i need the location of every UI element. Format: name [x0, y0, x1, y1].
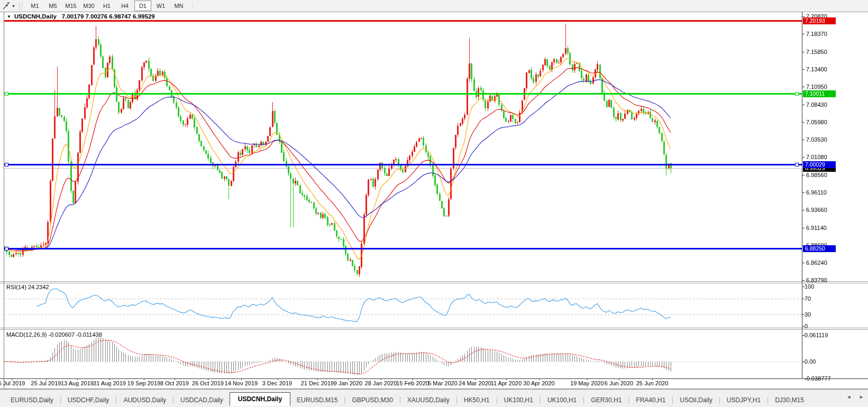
timeframe-button-m5[interactable]: M5 — [44, 1, 61, 11]
timeframe-button-w1[interactable]: W1 — [152, 1, 169, 11]
price-tag-label: 7.10011 — [803, 90, 836, 97]
axis-tick-label: 28 Jan 2020 — [365, 380, 397, 386]
axis-tick-label: 100 — [805, 283, 814, 290]
chart-tab-uk100-h1[interactable]: UK100,H1 — [541, 394, 583, 406]
chart-tab-bar: EURUSD,DailyUSDCHF,DailyAUDUSD,DailyUSDC… — [0, 389, 868, 407]
chart-symbol-label: USDCNH,Daily — [14, 13, 57, 20]
chart-tab-usdjpy-h1[interactable]: USDJPY,H1 — [720, 394, 767, 406]
chart-tab-hk50-h1[interactable]: HK50,H1 — [458, 394, 496, 406]
price-chart-canvas[interactable] — [0, 0, 868, 407]
toolbar-separator — [192, 2, 193, 10]
tab-scroll-right-icon[interactable]: ► — [859, 394, 864, 400]
axis-tick-label: 26 Oct 2019 — [192, 380, 224, 386]
axis-tick-label: 6.91140 — [806, 225, 827, 231]
tab-scroll-left-icon[interactable]: ◄ — [846, 394, 851, 400]
axis-tick-label: 6.93660 — [806, 207, 827, 213]
tab-divider — [583, 397, 584, 403]
timeframe-buttons: M1M5M15M30H1H4D1W1MN — [26, 1, 188, 11]
axis-tick-label: 7.15850 — [806, 49, 827, 55]
chart-tab-audusd-daily[interactable]: AUDUSD,Daily — [117, 394, 172, 406]
tab-divider — [719, 397, 720, 403]
chart-tab-eurusd-daily[interactable]: EURUSD,Daily — [4, 394, 60, 406]
axis-tick-label: 3 Dec 2019 — [262, 380, 292, 386]
axis-tick-label: 6.98560 — [806, 172, 827, 178]
cursor-tool-dropdown-icon[interactable]: ▼ — [12, 4, 15, 8]
axis-tick-label: 9 Jan 2020 — [334, 380, 362, 386]
axis-tick-label: 0.061119 — [805, 332, 828, 338]
tab-divider — [497, 397, 497, 403]
macd-indicator-label: MACD(12,26,9) -0.020607 -0.011438 — [6, 331, 102, 338]
timeframe-toolbar: ▼ M1M5M15M30H1H4D1W1MN — [0, 0, 868, 12]
tab-divider — [116, 397, 116, 403]
tab-divider — [456, 397, 457, 403]
axis-tick-label: 19 May 2020 — [570, 380, 604, 386]
chart-tab-usdcnh-daily[interactable]: USDCNH,Daily — [230, 392, 290, 406]
axis-tick-label: -0.038777 — [805, 375, 831, 382]
axis-tick-label: 31 Aug 2019 — [93, 380, 126, 386]
timeframe-button-h1[interactable]: H1 — [98, 1, 115, 11]
chart-tab-dj30-m15[interactable]: DJ30,M15 — [769, 394, 810, 406]
axis-tick-label: 7.01080 — [806, 154, 827, 160]
tab-divider — [400, 397, 400, 403]
axis-tick-label: 6 Jun 2020 — [605, 380, 633, 386]
cursor-tool-icon[interactable] — [0, 1, 12, 11]
axis-tick-label: 25 Jul 2019 — [31, 380, 61, 386]
price-tag-label: 7.20193 — [803, 17, 836, 24]
axis-tick-label: 70 — [805, 295, 811, 302]
timeframe-button-m1[interactable]: M1 — [26, 1, 43, 11]
axis-tick-label: 11 Apr 2020 — [491, 380, 522, 386]
axis-tick-label: 6 Jul 2019 — [0, 380, 25, 386]
axis-tick-label: 30 — [805, 311, 811, 318]
axis-tick-label: 21 Dec 2019 — [301, 380, 334, 386]
chart-tabs: EURUSD,DailyUSDCHF,DailyAUDUSD,DailyUSDC… — [0, 390, 868, 406]
tab-divider — [768, 397, 768, 403]
chart-tab-usdcad-daily[interactable]: USDCAD,Daily — [174, 394, 230, 406]
timeframe-button-mn[interactable]: MN — [170, 1, 187, 11]
toolbar-grip[interactable] — [19, 2, 22, 10]
price-tag-label: 7.00029 — [803, 161, 836, 168]
axis-tick-label: 30 Apr 2020 — [523, 380, 554, 386]
axis-tick-label: 25 Jun 2020 — [636, 380, 669, 386]
timeframe-button-d1[interactable]: D1 — [134, 1, 151, 11]
axis-tick-label: 7.10950 — [806, 84, 827, 90]
timeframe-button-m15[interactable]: M15 — [62, 1, 79, 11]
chart-collapse-icon[interactable]: ▼ — [7, 14, 11, 19]
axis-tick-label: 19 Sep 2019 — [127, 380, 160, 386]
axis-tick-label: 7.03530 — [806, 136, 827, 143]
chart-tab-xauusd-daily[interactable]: XAUUSD,Daily — [401, 394, 456, 406]
tab-divider — [60, 397, 61, 403]
axis-tick-label: 0 — [805, 323, 808, 329]
tab-divider — [540, 397, 541, 403]
chart-tab-ger30-h1[interactable]: GER30,H1 — [584, 394, 628, 406]
rsi-indicator-label: RSI(14) 24.2342 — [6, 284, 49, 290]
axis-tick-label: 15 Feb 2020 — [396, 380, 429, 386]
tab-scroll-arrows: ◄ ► — [846, 394, 864, 400]
axis-tick-label: 7.13400 — [806, 66, 827, 72]
tab-divider — [672, 397, 673, 403]
chart-ohlc-values: 7.00179 7.00276 6.98747 6.99529 — [62, 13, 155, 20]
axis-tick-label: 6.83790 — [806, 277, 827, 283]
timeframe-button-m30[interactable]: M30 — [80, 1, 97, 11]
trading-platform-window: ▼ M1M5M15M30H1H4D1W1MN ▼USDCNH,Daily7.00… — [0, 0, 868, 407]
chart-title: ▼USDCNH,Daily7.00179 7.00276 6.98747 6.9… — [7, 13, 155, 20]
chart-tab-gbpusd-m30[interactable]: GBPUSD,M30 — [345, 394, 399, 406]
axis-tick-label: 7.08430 — [806, 101, 827, 108]
timeframe-button-h4[interactable]: H4 — [116, 1, 133, 11]
axis-tick-label: 0.00 — [805, 358, 816, 365]
price-tag-label: 6.88250 — [803, 245, 836, 252]
axis-tick-label: 14 Nov 2019 — [225, 380, 258, 386]
axis-tick-label: 13 Aug 2019 — [61, 380, 94, 386]
axis-tick-label: 6.86240 — [806, 260, 827, 266]
tab-divider — [628, 397, 629, 403]
chart-tab-usdchf-daily[interactable]: USDCHF,Daily — [61, 394, 116, 406]
chart-tab-eurusd-m15[interactable]: EURUSD,M15 — [290, 394, 344, 406]
axis-tick-label: 6.96110 — [806, 189, 827, 196]
chart-tab-usoil-daily[interactable]: USOil,Daily — [673, 394, 718, 406]
chart-tab-uk100-h1[interactable]: UK100,H1 — [498, 394, 540, 406]
axis-tick-label: 7.18370 — [806, 31, 827, 37]
axis-tick-label: 5 Mar 2020 — [428, 380, 458, 386]
chart-tab-fra40-h1[interactable]: FRA40,H1 — [629, 394, 672, 406]
axis-tick-label: 24 Mar 2020 — [459, 380, 491, 386]
tab-divider — [344, 397, 345, 403]
axis-tick-label: 7.05980 — [806, 119, 827, 125]
